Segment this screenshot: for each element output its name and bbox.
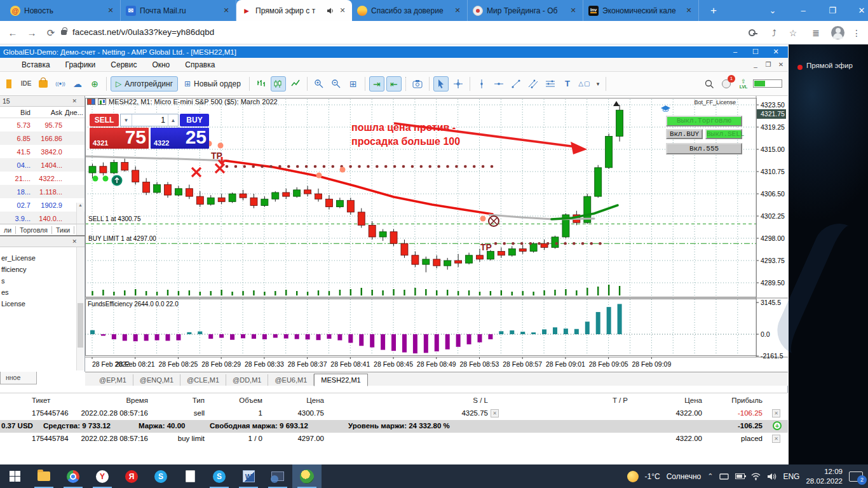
col-header[interactable]: Тип [193, 395, 205, 406]
shapes-tool-icon[interactable]: △▢ [577, 76, 592, 92]
toolbox-row[interactable]: 1754457462022.02.28 08:57:16sell14300.75… [0, 407, 788, 420]
shift-end-icon[interactable]: ⇥ [369, 76, 384, 92]
col-header[interactable]: Время [126, 395, 148, 406]
browser-tab-4[interactable]: Спасибо за доверие✕ [352, 0, 468, 21]
navigator-item[interactable]: es [0, 287, 85, 298]
toolbox-row[interactable]: 1754457842022.02.28 08:57:16buy limit1 /… [0, 433, 788, 445]
navigator-scrollbar[interactable] [76, 247, 84, 370]
volume-stepper[interactable]: ▼ 1 ▲ [120, 114, 179, 126]
share-icon[interactable]: ⤴ [768, 27, 780, 39]
market-bag-icon[interactable] [36, 76, 51, 92]
navigator-item[interactable]: er_License [0, 252, 85, 264]
toolbox-header-row[interactable]: ТикетВремяТипОбъемЦенаS / LT / PЦенаПриб… [0, 395, 788, 407]
market-watch-row[interactable]: 18...1.118... [0, 185, 85, 198]
browser-tab-2[interactable]: Почта Mail.ru✕ [121, 0, 236, 21]
taskbar-notepad-icon[interactable] [175, 464, 205, 488]
balance-row[interactable]: 0.37 USDСредства: 9 733.12Маржа: 40.00Св… [0, 420, 788, 433]
zoom-in-icon[interactable] [311, 76, 327, 92]
row-close-icon[interactable]: ✕ [772, 435, 780, 443]
algo-trading-button[interactable]: ▷ Алготрейдинг [111, 76, 178, 92]
col-header[interactable]: Объем [239, 395, 262, 406]
bot-button-1[interactable]: Выкл.Торговлю [666, 116, 742, 126]
crosshair-icon[interactable] [451, 76, 466, 92]
weather-text[interactable]: Солнечно [667, 472, 702, 481]
col-header[interactable]: Прибыль [731, 395, 763, 406]
taskbar-explorer-icon[interactable] [29, 464, 58, 488]
reading-list-icon[interactable]: ≣ [810, 27, 822, 39]
mt5-menu-3[interactable]: Сервис [103, 60, 144, 69]
search-icon[interactable] [702, 76, 717, 92]
weather-sun-icon[interactable] [627, 471, 639, 482]
tile-windows-icon[interactable]: ⊞ [346, 76, 361, 92]
market-watch-row[interactable]: 5.7395.75 [0, 118, 85, 132]
chart-close-button[interactable]: ✕ [774, 60, 788, 70]
volume-icon[interactable] [767, 473, 776, 480]
buy-price-box[interactable]: 432225 [151, 128, 209, 149]
trendline-tool-icon[interactable] [508, 76, 524, 92]
navigator-item[interactable]: s [0, 275, 85, 287]
taskbar-chrome-icon[interactable] [58, 464, 88, 488]
new-order-button[interactable]: ⊞ Новый ордер [180, 76, 245, 92]
reload-button[interactable]: ⟳ [43, 25, 58, 41]
browser-profile-chevron[interactable]: ⌄ [760, 0, 785, 21]
wifi-icon[interactable] [751, 473, 761, 480]
buy-button[interactable]: BUY [180, 114, 209, 126]
horizontal-line-tool-icon[interactable] [491, 76, 506, 92]
tab-close-icon[interactable]: ✕ [569, 6, 578, 15]
row-close-icon[interactable]: ✕ [772, 409, 780, 417]
ide-icon[interactable]: IDE [18, 76, 34, 92]
channel-tool-icon[interactable] [526, 76, 541, 92]
cursor-icon[interactable] [433, 76, 449, 92]
tab-close-icon[interactable]: ✕ [453, 6, 462, 15]
browser-restore-button[interactable]: ❐ [820, 0, 845, 21]
text-tool-icon[interactable]: T [560, 76, 575, 92]
password-key-icon[interactable] [749, 29, 756, 37]
weather-temp[interactable]: -1°C [645, 472, 660, 481]
new-order-plus-icon[interactable]: + [773, 421, 782, 430]
navigator-item[interactable]: fficiency [0, 264, 85, 275]
bot-button-4[interactable]: Вкл.555 [666, 143, 742, 154]
screen-cast-icon[interactable] [719, 473, 729, 480]
secure-lock-icon[interactable] [61, 30, 67, 35]
mt5-restore-button[interactable]: ☐ [746, 46, 765, 58]
market-watch-tab-2[interactable]: Торговля [16, 226, 52, 234]
browser-tab-5[interactable]: Мир Трейдинга - Об✕ [468, 0, 583, 21]
market-watch-row[interactable]: 41.53842.0 [0, 145, 85, 158]
bot-button-3[interactable]: Выкл.SELL [705, 129, 742, 139]
col-header[interactable]: Цена [684, 395, 702, 406]
browser-tab-3[interactable]: Прямой эфир с т✕ [236, 0, 352, 21]
chart-tab-EU6M1[interactable]: @EU6,M1 [268, 374, 314, 386]
tab-close-icon[interactable]: ✕ [106, 6, 115, 15]
col-header[interactable]: T / P [613, 395, 628, 406]
signals-icon[interactable]: ⊕ [87, 76, 102, 92]
market-watch-row[interactable]: 3.9...140.0... [0, 212, 85, 225]
browser-tab-1[interactable]: Новость✕ [5, 0, 121, 21]
mt5-close-button[interactable]: ✕ [766, 46, 785, 58]
mt5-minimize-button[interactable]: – [726, 46, 745, 58]
sell-button[interactable]: SELL [90, 114, 119, 126]
market-watch-row[interactable]: 04...1404... [0, 158, 85, 172]
candlestick-chart-icon[interactable] [271, 76, 286, 92]
taskbar-word-icon[interactable]: W [234, 464, 263, 488]
screenshot-camera-icon[interactable] [410, 76, 425, 92]
equidistant-lines-icon[interactable] [543, 76, 558, 92]
language-indicator[interactable]: ENG [783, 472, 799, 481]
cut-off-icon[interactable] [1, 76, 17, 92]
tray-expand-icon[interactable]: ⌃ [707, 472, 713, 480]
mt5-menu-1[interactable]: Вставка [14, 60, 58, 69]
mt5-menu-5[interactable]: Справка [177, 60, 222, 69]
volume-up-icon[interactable]: ▲ [168, 114, 178, 126]
market-watch-row[interactable]: 02.71902.9 [0, 198, 85, 212]
broadcast-icon[interactable]: ((●)) [53, 76, 68, 92]
one-click-icon[interactable] [98, 98, 106, 105]
zoom-out-icon[interactable] [329, 76, 344, 92]
profile-avatar[interactable] [831, 26, 844, 39]
sell-price-box[interactable]: 432175 [90, 128, 149, 149]
bookmark-star-icon[interactable]: ☆ [787, 27, 799, 39]
back-button[interactable]: ← [5, 25, 20, 41]
col-header[interactable]: Цена [306, 395, 324, 406]
browser-close-button[interactable]: ✕ [849, 0, 868, 21]
navigator-bottom-tab[interactable]: нное [0, 372, 37, 384]
taskbar-metatrader-icon[interactable] [292, 464, 322, 488]
chart-tab-CLEM1[interactable]: @CLE,M1 [180, 374, 226, 386]
